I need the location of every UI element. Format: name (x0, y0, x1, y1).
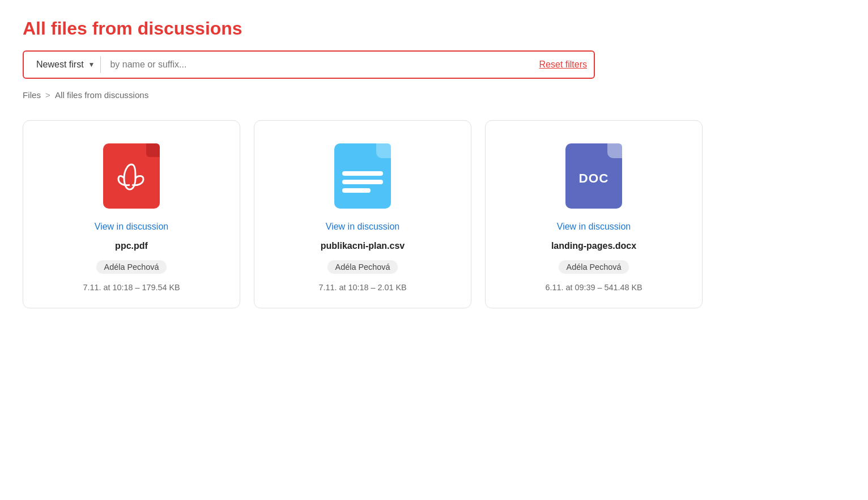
sort-label: Newest first (36, 60, 84, 70)
file-name-pdf: ppc.pdf (115, 241, 148, 251)
chevron-down-icon: ▼ (88, 61, 95, 69)
file-name-docx: landing-pages.docx (551, 241, 636, 251)
doc-icon: DOC (565, 143, 622, 209)
file-icon-wrapper-docx: DOC (560, 139, 628, 213)
breadcrumb-current: All files from discussions (55, 90, 148, 100)
author-badge-csv: Adéla Pechová (327, 260, 398, 274)
view-in-discussion-link-pdf[interactable]: View in discussion (95, 222, 168, 232)
author-badge-pdf: Adéla Pechová (96, 260, 167, 274)
file-meta-csv: 7.11. at 10:18 – 2.01 KB (318, 283, 406, 292)
author-badge-docx: Adéla Pechová (559, 260, 629, 274)
file-meta-pdf: 7.11. at 10:18 – 179.54 KB (83, 283, 180, 292)
file-icon-wrapper-pdf (97, 139, 165, 213)
file-card-csv: View in discussion publikacni-plan.csv A… (254, 120, 471, 308)
file-card-pdf: View in discussion ppc.pdf Adéla Pechová… (23, 120, 240, 308)
reset-filters-link[interactable]: Reset filters (533, 60, 587, 70)
filter-bar: Newest first ▼ Reset filters (23, 50, 595, 79)
breadcrumb-root[interactable]: Files (23, 90, 41, 100)
breadcrumb-separator: > (45, 90, 50, 100)
file-card-docx: DOC View in discussion landing-pages.doc… (485, 120, 703, 308)
page-title: All files from discussions (23, 18, 845, 39)
csv-icon (334, 143, 391, 209)
file-meta-docx: 6.11. at 09:39 – 541.48 KB (545, 283, 642, 292)
file-name-csv: publikacni-plan.csv (321, 241, 405, 251)
view-in-discussion-link-docx[interactable]: View in discussion (557, 222, 631, 232)
breadcrumb: Files > All files from discussions (23, 90, 845, 100)
view-in-discussion-link-csv[interactable]: View in discussion (326, 222, 399, 232)
file-icon-wrapper-csv (329, 139, 397, 213)
files-grid: View in discussion ppc.pdf Adéla Pechová… (23, 120, 703, 308)
sort-dropdown[interactable]: Newest first ▼ (31, 56, 101, 73)
search-input[interactable] (101, 56, 532, 73)
pdf-icon (103, 143, 160, 209)
